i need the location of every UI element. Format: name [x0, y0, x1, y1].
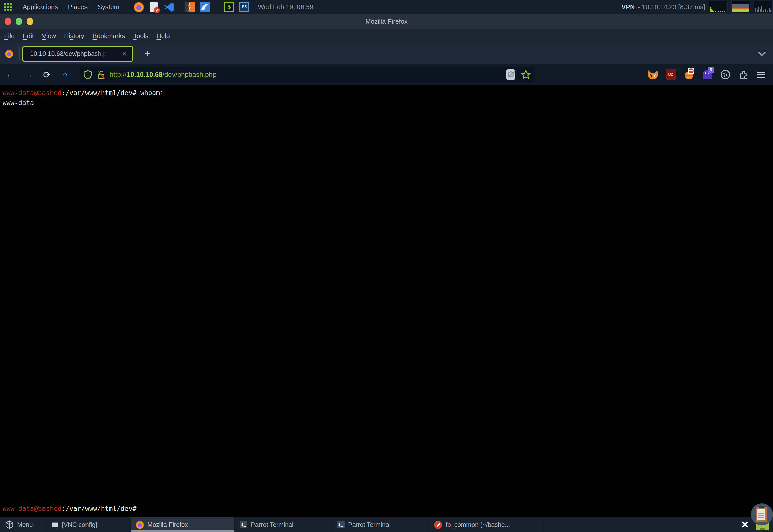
window-title: Mozilla Firefox — [0, 18, 773, 25]
cpu-graph-applet[interactable] — [709, 0, 728, 13]
ghostery-icon[interactable]: 5 — [702, 69, 713, 80]
vscode-launcher-icon[interactable] — [164, 2, 174, 12]
list-all-tabs-chevron-icon[interactable] — [758, 49, 766, 58]
launcher-icons: $ PS — [134, 2, 250, 12]
terminal-launcher-icon[interactable]: $ — [224, 2, 235, 12]
system-top-bar: Applications Places System — [0, 0, 773, 14]
close-task-icon[interactable]: ✕ — [741, 519, 749, 530]
tab-strip: 10.10.10.68/dev/phpbash.php × + — [0, 43, 773, 64]
back-button[interactable]: ← — [3, 67, 18, 82]
taskbar-menu-button[interactable]: Menu — [0, 517, 47, 532]
wireshark-icon — [200, 2, 210, 12]
reload-button[interactable]: ⟳ — [39, 67, 54, 82]
terminal-task-icon: $_ — [337, 521, 345, 528]
phpbash-page: www-data@bashed:/var/www/html/dev# whoam… — [0, 85, 773, 517]
clock[interactable]: Wed Feb 19, 06:59 — [258, 3, 313, 11]
vscode-icon — [164, 2, 174, 12]
window-titlebar[interactable]: Mozilla Firefox — [0, 14, 773, 29]
editor-task-icon — [434, 521, 442, 529]
firefox-launcher-icon[interactable] — [134, 2, 144, 12]
terminal-output-line: www-data — [0, 98, 773, 108]
menu-view[interactable]: View — [38, 32, 60, 39]
powershell-launcher-icon[interactable]: PS — [239, 2, 250, 12]
new-tab-button[interactable]: + — [141, 48, 153, 59]
burpsuite-launcher-icon[interactable] — [185, 2, 195, 12]
taskbar-item-parrot-terminal-1[interactable]: $_ Parrot Terminal — [235, 517, 332, 532]
menu-history[interactable]: History — [60, 32, 89, 39]
home-button[interactable]: ⌂ — [57, 67, 72, 82]
taskbar: Menu [VNC config] Mozilla Firefox $_ Par… — [0, 517, 773, 532]
foxyproxy-icon[interactable] — [647, 69, 658, 80]
clipboard-widget[interactable] — [751, 503, 773, 525]
proxy-disabled-icon[interactable] — [683, 69, 695, 80]
clipboard-icon — [756, 507, 768, 522]
vpn-label: VPN — [621, 3, 635, 11]
hamburger-menu-icon[interactable] — [756, 69, 767, 80]
menu-edit[interactable]: Edit — [19, 32, 38, 39]
tab-close-icon[interactable]: × — [121, 49, 128, 58]
extension-puzzle-icon[interactable] — [738, 69, 749, 80]
menu-help[interactable]: Help — [152, 32, 174, 39]
system-menu[interactable]: System — [93, 3, 124, 11]
terminal-command-line: www-data@bashed:/var/www/html/dev# whoam… — [0, 85, 773, 98]
memory-graph-applet[interactable] — [731, 0, 750, 13]
firefox-logo-icon — [5, 50, 13, 58]
firefox-menubar: File Edit View History Bookmarks Tools H… — [0, 29, 773, 43]
desktop: Applications Places System — [0, 0, 773, 532]
cube-menu-icon — [5, 520, 14, 529]
taskbar-item-fb-common[interactable]: fb_common (~/bashe... — [429, 517, 544, 532]
terminal-task-icon: $_ — [240, 521, 247, 528]
network-graph-applet[interactable] — [754, 0, 773, 13]
places-menu[interactable]: Places — [63, 3, 93, 11]
url-text: http://10.10.10.68/dev/phpbash.php — [110, 71, 217, 78]
cookie-manager-icon[interactable] — [720, 69, 731, 80]
active-tab[interactable]: 10.10.10.68/dev/phpbash.php × — [22, 46, 133, 62]
menu-file[interactable]: File — [0, 32, 19, 39]
wireshark-launcher-icon[interactable] — [200, 2, 210, 12]
taskbar-item-parrot-terminal-2[interactable]: $_ Parrot Terminal — [332, 517, 429, 532]
tab-separator — [19, 47, 20, 60]
no-entry-badge — [688, 68, 694, 74]
forward-button[interactable]: → — [21, 67, 36, 82]
taskbar-item-firefox[interactable]: Mozilla Firefox — [131, 517, 235, 532]
window-icon — [52, 522, 58, 527]
extension-icons: UO 5 — [647, 69, 767, 80]
app-grid-icon[interactable] — [4, 3, 12, 11]
burpsuite-icon — [185, 2, 195, 12]
vpn-status: VPN - 10.10.14.23 [8.37 ms] — [621, 0, 773, 13]
taskbar-item-vnc-config[interactable]: [VNC config] — [47, 517, 131, 532]
ublock-origin-icon[interactable]: UO — [665, 69, 676, 80]
applications-menu[interactable]: Applications — [18, 3, 63, 11]
menu-bookmarks[interactable]: Bookmarks — [89, 32, 129, 39]
url-bar[interactable]: http://10.10.10.68/dev/phpbash.php — [79, 67, 535, 83]
ghostery-count-badge: 5 — [708, 67, 714, 73]
text-editor-launcher-icon[interactable] — [149, 2, 159, 12]
navigation-toolbar: ← → ⟳ ⌂ http://10.10.10.68/dev/phpbash.p… — [0, 64, 773, 85]
menu-tools[interactable]: Tools — [129, 32, 153, 39]
vpn-info: - 10.10.14.23 [8.37 ms] — [638, 3, 705, 11]
page-action-icon[interactable] — [506, 69, 515, 80]
tracking-protection-shield-icon[interactable] — [83, 70, 92, 80]
firefox-task-icon — [136, 521, 144, 529]
bookmark-star-icon[interactable] — [521, 70, 531, 79]
terminal-input-prompt[interactable]: www-data@bashed:/var/www/html/dev# — [3, 504, 136, 514]
insecure-lock-icon[interactable] — [97, 70, 106, 80]
